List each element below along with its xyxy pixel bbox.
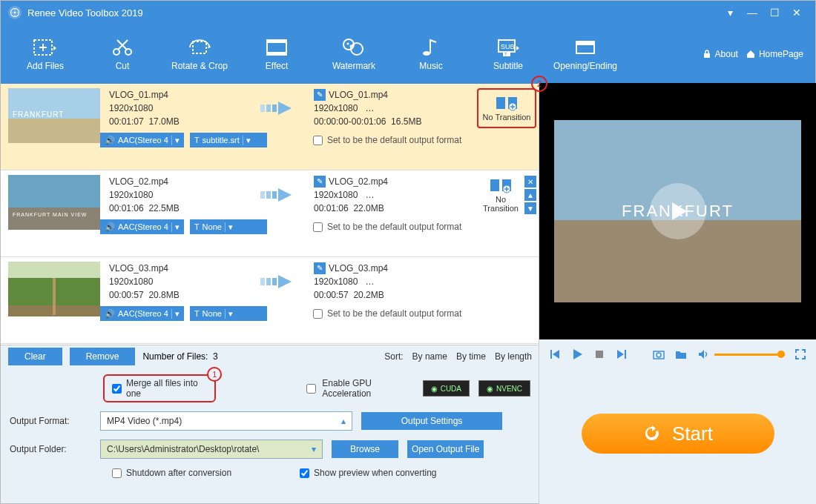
svg-rect-20 — [704, 53, 710, 58]
output-folder-combo[interactable]: C:\Users\Administrator\Desktop\rotate\▾ — [100, 440, 323, 459]
svg-rect-8 — [267, 52, 286, 55]
toolbar-label: Effect — [266, 61, 288, 71]
volume-slider[interactable] — [714, 354, 785, 356]
toolbar-opening-ending[interactable]: Opening/Ending — [547, 37, 624, 71]
chevron-up-icon: ▴ — [341, 416, 346, 426]
file-row[interactable]: FRANKFURT VLOG_01.mp4 1920x1080 00:01:07… — [1, 84, 539, 170]
edit-output-name-button[interactable]: ✎ — [314, 176, 326, 188]
audio-track-button[interactable]: 🔊AAC(Stereo 4▾ — [100, 306, 184, 321]
stop-button[interactable] — [593, 348, 606, 361]
list-bottom-bar: Clear Remove Number of Files: 3 Sort: By… — [1, 345, 539, 367]
transition-picker[interactable]: No Transition — [477, 88, 536, 128]
merge-files-checkbox[interactable]: Merge all files into one 1 — [103, 374, 216, 402]
file-output-meta: ✎VLOG_02.mp4 1920x1080 … 00:01:06 22.0MB — [314, 175, 477, 215]
window-minimize-button[interactable]: — — [741, 5, 763, 20]
window-maximize-button[interactable]: ☐ — [763, 5, 786, 20]
toolbar-label: Add Files — [27, 61, 64, 71]
homepage-link[interactable]: HomePage — [746, 49, 803, 59]
sort-controls: Sort: By name By time By length — [384, 351, 532, 362]
svg-rect-32 — [596, 351, 603, 358]
snapshot-button[interactable] — [652, 348, 665, 361]
edit-output-name-button[interactable]: ✎ — [314, 262, 326, 274]
subtitle-track-button[interactable]: Tsubtitle.srt▾ — [190, 133, 267, 147]
file-thumbnail: FRANKFURT — [8, 88, 100, 143]
audio-track-button[interactable]: 🔊AAC(Stereo 4▾ — [100, 133, 184, 147]
convert-arrow-icon — [249, 88, 314, 128]
open-output-folder-button[interactable]: Open Output File — [407, 440, 484, 458]
edit-output-name-button[interactable]: ✎ — [314, 89, 326, 101]
sort-label: Sort: — [384, 351, 403, 362]
sort-by-name[interactable]: By name — [412, 351, 447, 362]
row-move-up-button[interactable]: ▲ — [524, 189, 536, 201]
svg-rect-26 — [266, 191, 271, 199]
callout-badge-2: 2 — [531, 76, 547, 92]
row-close-button[interactable]: ✕ — [524, 176, 536, 188]
toolbar-cut[interactable]: Cut — [84, 37, 161, 71]
watermark-icon — [341, 37, 366, 58]
output-settings-button[interactable]: Output Settings — [361, 412, 502, 430]
shutdown-checkbox[interactable]: Shutdown after conversion — [112, 468, 231, 478]
about-link[interactable]: About — [702, 49, 738, 59]
clear-button[interactable]: Clear — [8, 348, 62, 365]
subtitle-icon: SUBT — [496, 37, 521, 58]
remove-button[interactable]: Remove — [70, 348, 136, 365]
file-thumbnail: FRANKFURT MAIN VIEW — [8, 175, 100, 230]
chevron-down-icon: ▾ — [225, 222, 233, 232]
chevron-down-icon: ▾ — [312, 444, 316, 454]
toolbar-add-files[interactable]: Add Files — [7, 37, 84, 71]
lock-icon — [702, 49, 712, 59]
window-close-button[interactable]: ✕ — [786, 5, 808, 20]
volume-icon[interactable] — [697, 348, 710, 361]
audio-track-button[interactable]: 🔊AAC(Stereo 4▾ — [100, 219, 184, 234]
app-title: Renee Video Toolbox 2019 — [27, 7, 143, 19]
play-button[interactable] — [570, 348, 584, 361]
file-row[interactable]: FRANKFURT MAIN VIEW VLOG_02.mp4 1920x108… — [1, 170, 539, 257]
output-format-combo[interactable]: MP4 Video (*.mp4)▴ — [100, 411, 352, 431]
chevron-down-icon: ▾ — [171, 309, 180, 319]
sort-by-time[interactable]: By time — [456, 351, 486, 362]
speaker-icon: 🔊 — [105, 136, 115, 145]
fullscreen-button[interactable] — [794, 348, 807, 361]
subtitle-track-button[interactable]: TNone▾ — [190, 306, 267, 321]
sort-by-length[interactable]: By length — [495, 351, 532, 362]
svg-text:T: T — [504, 52, 507, 56]
browse-button[interactable]: Browse — [332, 440, 398, 458]
toolbar-subtitle[interactable]: SUBT Subtitle — [470, 37, 547, 71]
toolbar-label: Cut — [116, 61, 130, 71]
start-button[interactable]: Start — [582, 414, 774, 454]
prev-track-button[interactable] — [548, 348, 562, 361]
chevron-down-icon: ▾ — [243, 136, 251, 145]
transition-picker[interactable]: No Transition — [477, 175, 524, 215]
file-row[interactable]: VLOG_03.mp4 1920x1080 00:00:57 20.8MB ✎V… — [1, 257, 539, 344]
preview-play-button[interactable] — [650, 183, 706, 239]
window-menu-button[interactable]: ▾ — [719, 5, 741, 20]
output-options-panel: Merge all files into one 1 Enable GPU Ac… — [1, 367, 539, 484]
svg-rect-5 — [193, 42, 206, 53]
toolbar-watermark[interactable]: Watermark — [315, 37, 392, 71]
chevron-down-icon: ▾ — [171, 136, 180, 145]
gpu-accel-checkbox[interactable]: Enable GPU Acceleration — [306, 378, 413, 399]
show-preview-checkbox[interactable]: Show preview when converting — [300, 468, 436, 478]
callout-badge-1: 1 — [207, 367, 222, 382]
open-folder-button[interactable] — [674, 348, 688, 361]
default-format-checkbox[interactable]: Set to be the default output format — [313, 306, 461, 321]
subtitle-track-button[interactable]: TNone▾ — [190, 219, 267, 234]
output-format-label: Output Format: — [10, 416, 91, 426]
svg-rect-19 — [576, 42, 594, 45]
row-move-down-button[interactable]: ▼ — [524, 202, 536, 214]
transition-picker[interactable] — [477, 262, 536, 302]
toolbar-effect[interactable]: Effect — [238, 37, 315, 71]
svg-point-12 — [350, 45, 352, 47]
default-format-checkbox[interactable]: Set to be the default output format — [313, 219, 461, 234]
file-name: VLOG_02.mp4 — [109, 175, 249, 188]
transition-label: No Transition — [483, 113, 531, 122]
file-source-meta: VLOG_03.mp4 1920x1080 00:00:57 20.8MB — [100, 262, 249, 302]
default-format-checkbox[interactable]: Set to be the default output format — [313, 133, 461, 147]
output-folder-label: Output Folder: — [10, 444, 91, 454]
next-track-button[interactable] — [615, 348, 628, 361]
svg-rect-7 — [267, 40, 286, 43]
toolbar-music[interactable]: Music — [392, 37, 470, 71]
file-count-label: Number of Files: 3 — [142, 351, 217, 362]
toolbar-rotate-crop[interactable]: Rotate & Crop — [161, 37, 238, 71]
file-resolution: 1920x1080 — [109, 102, 249, 115]
